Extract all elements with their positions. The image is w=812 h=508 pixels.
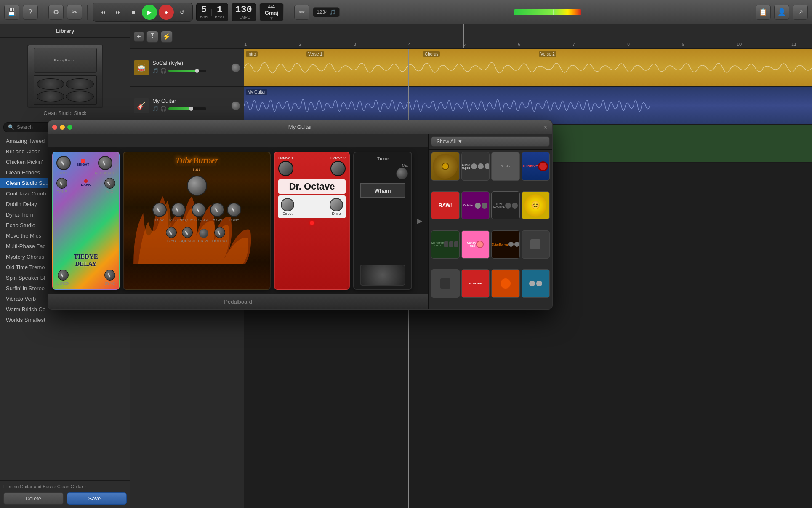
midgain-knob[interactable] [192, 203, 206, 217]
solo-icon-2[interactable]: 🎧 [160, 106, 167, 112]
key-display[interactable]: 4/4 Gmaj ▼ [259, 3, 284, 21]
droctave-bottom: Direct Drive [278, 195, 346, 218]
smart-controls-icon[interactable]: 🎛 [146, 31, 158, 43]
effect-candy-fuzz[interactable]: CandyFuzz [461, 230, 490, 259]
effect-octafuzz[interactable]: Octafuzz [461, 191, 490, 220]
output-knob[interactable] [214, 227, 225, 238]
low-knob-group: LOW [152, 203, 167, 222]
effect-pedal-1[interactable] [431, 152, 460, 181]
pencil-tool[interactable]: ✏ [294, 5, 309, 20]
effect-monster-fuzz[interactable]: MONSTER FUZZ [431, 230, 460, 259]
effect-fuzz-machine[interactable]: FUZZMACHINE [491, 191, 520, 220]
mix-knob-wham[interactable] [396, 168, 408, 179]
breadcrumb-2[interactable]: Clean Guitar [57, 484, 83, 489]
high-knob[interactable] [210, 203, 224, 217]
tb-tone-knob[interactable] [227, 203, 241, 217]
mute-icon[interactable]: 🎵 [152, 68, 159, 74]
tubeburner-pedal[interactable]: TubeBurner FAT LOW MID FREQ [123, 152, 271, 290]
effects-browser-header: Show All ▼ [429, 134, 552, 150]
track-fader-guitar[interactable] [168, 107, 206, 110]
track-fader-socal[interactable] [168, 70, 206, 72]
oct2-label: Octave 2 [330, 156, 346, 160]
save-icon[interactable]: 💾 [4, 5, 19, 20]
fat-knob[interactable] [187, 176, 207, 196]
record-button[interactable]: ● [159, 5, 174, 20]
tempo-display[interactable]: 130 TEMPO [232, 3, 256, 21]
tone-knob[interactable] [56, 178, 67, 189]
effect-thumb-inner-1 [433, 154, 458, 179]
waveform-guitar[interactable]: My Guitar [244, 87, 812, 125]
effect-grinder[interactable]: Grinder [491, 152, 520, 181]
tiedye-delay-pedal[interactable]: TIME BRIGHT FEEDBACK [52, 152, 120, 290]
master-volume[interactable] [514, 9, 581, 15]
direct-knob[interactable] [281, 198, 294, 211]
user-icon[interactable]: 👤 [774, 5, 789, 20]
droctave-pedal[interactable]: Octave 1 Octave 2 Dr. Octave [274, 152, 350, 290]
wham-pedal-base[interactable] [360, 265, 405, 286]
add-track-button[interactable]: + [134, 32, 144, 42]
effect-double-dragon[interactable]: Double Dragon [461, 152, 490, 181]
effect-raw[interactable]: RAW! [431, 191, 460, 220]
minimize-traffic-light[interactable] [60, 125, 65, 130]
effect-pedal-13[interactable] [431, 269, 460, 298]
effect-pedal-15[interactable] [491, 269, 520, 298]
transport-controls: ⏮ ⏭ ■ ▶ ● ↺ [93, 3, 193, 22]
tb2-k1 [508, 242, 514, 247]
wham-button[interactable]: Wham [360, 183, 405, 198]
search-icon: 🔍 [8, 124, 14, 130]
bias-knob[interactable] [166, 227, 177, 238]
show-all-button[interactable]: Show All ▼ [431, 136, 550, 147]
delete-button[interactable]: Delete [3, 492, 64, 505]
ruler-9: 9 [682, 42, 684, 47]
score-icon[interactable]: 📋 [756, 5, 771, 20]
track-volume-socal[interactable] [231, 63, 240, 72]
drive-knob[interactable] [199, 229, 208, 238]
solo-icon[interactable]: 🎧 [160, 68, 167, 74]
track-name-socal: SoCal (Kyle) [152, 60, 228, 66]
wham-pedal[interactable]: Tune Mix Wham [353, 152, 412, 290]
low-label: LOW [155, 218, 164, 222]
low-knob[interactable] [152, 203, 167, 217]
modal-close-right[interactable]: ✕ [543, 124, 548, 131]
sync-knob[interactable] [104, 270, 115, 281]
effect-happy-fuzz[interactable]: 😊 [522, 191, 550, 220]
cycle-button[interactable]: ↺ [176, 5, 189, 19]
effect-pedal-16[interactable] [522, 269, 550, 298]
help-icon[interactable]: ? [23, 5, 38, 20]
key-dropdown[interactable]: ▼ [269, 16, 274, 21]
stop-button[interactable]: ■ [127, 5, 140, 19]
oct2-knob[interactable] [330, 161, 346, 176]
oct1-knob[interactable] [278, 161, 293, 176]
share-icon[interactable]: ↗ [793, 5, 808, 20]
of-k2 [482, 203, 487, 209]
track-volume-guitar[interactable] [231, 101, 240, 110]
octafuzz-label: Octafuzz [463, 204, 475, 207]
next-arrow[interactable]: ▶ [415, 152, 424, 290]
waveform-socal[interactable]: Intro Verse 1 Chorus Verse 2 [244, 49, 812, 87]
mute-icon-2[interactable]: 🎵 [152, 106, 159, 112]
cut-icon[interactable]: ✂ [67, 5, 82, 20]
breadcrumb-1[interactable]: Electric Guitar and Bass [3, 484, 53, 489]
editor-icon[interactable]: ⚡ [161, 31, 173, 43]
squash-knob[interactable] [182, 227, 193, 238]
close-traffic-light[interactable] [52, 125, 57, 130]
effect-pedal-12[interactable] [522, 230, 550, 259]
modal-title: My Guitar [288, 124, 312, 130]
preset-item[interactable]: Worlds Smallest [0, 315, 130, 325]
listen-knob[interactable] [58, 270, 69, 281]
effect-hidrive[interactable]: HI-DRIVE [522, 152, 550, 181]
do-drive-knob[interactable] [330, 198, 343, 211]
play-button[interactable]: ▶ [142, 5, 157, 20]
forward-button[interactable]: ⏭ [112, 5, 125, 19]
time-knob[interactable] [56, 156, 71, 170]
feedback-knob[interactable] [98, 156, 112, 170]
effect-dr-octave-thumb[interactable]: Dr. Octave [461, 269, 490, 298]
maximize-traffic-light[interactable] [67, 125, 72, 130]
effect-tubeburner-2[interactable]: TubeBurner [491, 230, 520, 259]
tracks-header: + 🎛 ⚡ 1 2 3 4 5 6 7 8 9 10 11 [130, 24, 812, 49]
mix-knob[interactable] [104, 178, 115, 189]
settings-icon[interactable]: ⚙ [48, 5, 64, 20]
midfreq-knob[interactable] [171, 203, 186, 217]
rewind-button[interactable]: ⏮ [96, 5, 110, 19]
save-button[interactable]: Save... [67, 492, 127, 505]
